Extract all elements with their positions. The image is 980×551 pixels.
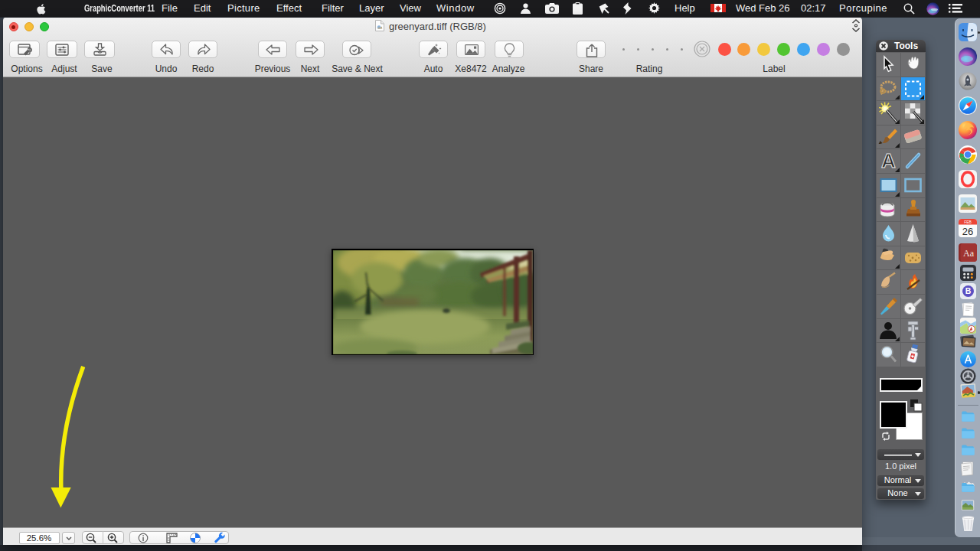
svg-text:26: 26	[962, 226, 973, 237]
svg-text:B: B	[965, 286, 971, 295]
svg-text:A: A	[881, 149, 896, 172]
svg-text:FEB: FEB	[964, 220, 972, 224]
svg-text:Aa: Aa	[963, 248, 975, 259]
